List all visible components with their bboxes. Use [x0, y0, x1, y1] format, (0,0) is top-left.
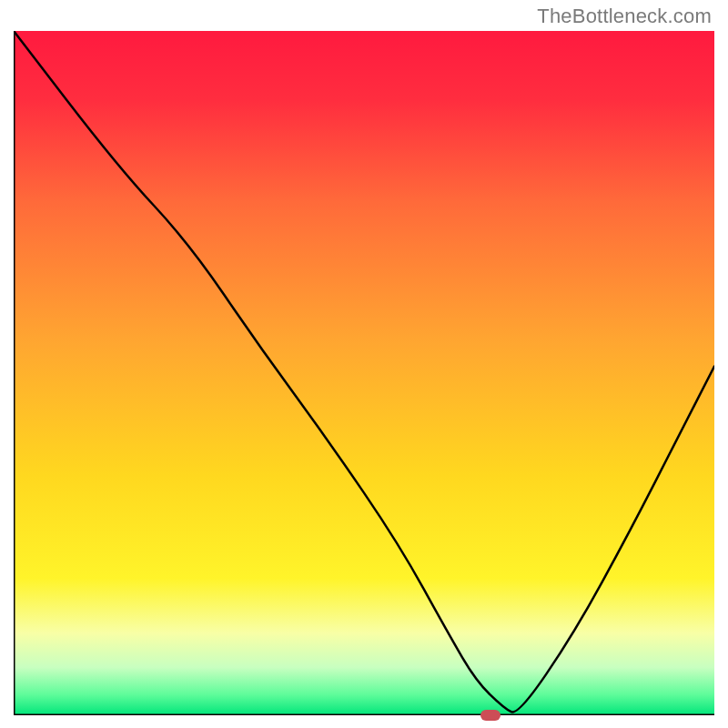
- svg-rect-0: [14, 31, 714, 715]
- optimal-marker: [480, 710, 500, 721]
- chart-container: TheBottleneck.com: [0, 0, 728, 728]
- gradient-background: [14, 31, 714, 715]
- plot-area: [14, 31, 714, 715]
- watermark-text: TheBottleneck.com: [537, 5, 712, 28]
